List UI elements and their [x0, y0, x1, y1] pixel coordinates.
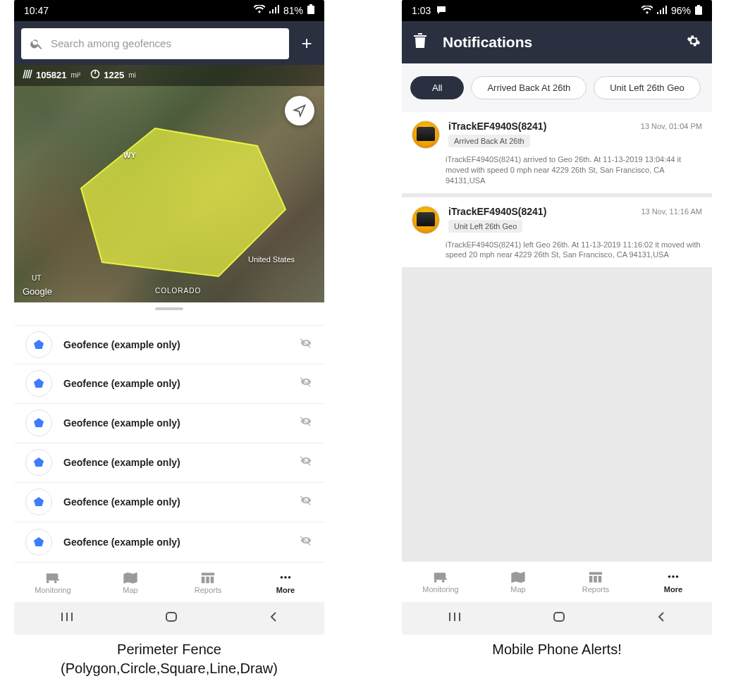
- map-icon: [510, 570, 526, 583]
- map-attribution: Google: [23, 286, 52, 297]
- svg-point-10: [281, 576, 283, 579]
- event-description: iTrackEF4940S(8241) left Geo 26th. At 11…: [446, 240, 702, 261]
- visibility-off-icon[interactable]: [299, 493, 313, 510]
- table-icon: [588, 570, 603, 583]
- battery-icon: [307, 4, 314, 16]
- map-stats: 105821 mi² 1225 mi: [14, 65, 324, 86]
- locate-button[interactable]: [285, 96, 314, 125]
- geofence-label: Geofence (example only): [63, 417, 288, 429]
- chip-all[interactable]: All: [410, 76, 464, 99]
- svg-marker-6: [34, 418, 44, 427]
- event-time: 13 Nov, 11:16 AM: [641, 206, 702, 216]
- svg-marker-4: [34, 340, 44, 349]
- add-geofence-button[interactable]: +: [296, 28, 317, 59]
- android-nav: [402, 602, 712, 634]
- unit-name: iTrackEF4940S(8241): [448, 121, 632, 132]
- list-item[interactable]: Geofence (example only): [14, 443, 324, 483]
- svg-marker-7: [34, 458, 44, 467]
- nav-map[interactable]: Map: [479, 562, 557, 602]
- signal-icon: [269, 5, 279, 16]
- clock: 1:03: [412, 5, 431, 16]
- list-item[interactable]: Geofence (example only): [14, 325, 324, 364]
- chip-left[interactable]: Unit Left 26th Geo: [594, 76, 701, 99]
- unit-name: iTrackEF4940S(8241): [448, 206, 632, 217]
- back-icon[interactable]: [268, 610, 279, 626]
- area-unit: mi²: [70, 71, 80, 79]
- nav-label: Reports: [195, 586, 222, 594]
- svg-point-18: [676, 575, 679, 578]
- list-item[interactable]: Geofence (example only): [14, 364, 324, 404]
- nav-monitoring[interactable]: Monitoring: [14, 563, 92, 603]
- geofence-label: Geofence (example only): [63, 496, 288, 508]
- svg-marker-9: [34, 537, 44, 546]
- car-icon: [412, 206, 440, 234]
- nav-more[interactable]: More: [634, 562, 712, 602]
- recent-apps-icon[interactable]: [447, 610, 462, 626]
- list-item[interactable]: Geofence (example only): [14, 483, 324, 522]
- svg-rect-1: [309, 4, 312, 6]
- svg-marker-8: [34, 497, 44, 506]
- phone-left: 10:47 81% +: [14, 0, 324, 634]
- phone-right: 1:03 96% Notifications All Arrived Back …: [402, 0, 712, 634]
- map[interactable]: 105821 mi² 1225 mi WY United States: [14, 65, 324, 302]
- nav-label: More: [276, 586, 295, 594]
- area-value: 105821: [36, 70, 66, 80]
- svg-point-11: [284, 576, 287, 579]
- pentagon-icon: [33, 496, 44, 508]
- gear-icon[interactable]: [687, 34, 701, 51]
- trash-icon[interactable]: [413, 33, 427, 51]
- nav-reports[interactable]: Reports: [169, 563, 247, 603]
- event-description: iTrackEF4940S(8241) arrived to Geo 26th.…: [446, 154, 702, 186]
- map-label-co: COLORADO: [155, 287, 201, 295]
- visibility-off-icon[interactable]: [299, 454, 313, 471]
- recent-apps-icon[interactable]: [59, 610, 75, 626]
- notification-list: iTrackEF4940S(8241) Arrived Back At 26th…: [402, 112, 712, 561]
- wifi-icon: [641, 6, 653, 16]
- caption-right: Mobile Phone Alerts!: [492, 640, 621, 659]
- search-box[interactable]: [21, 28, 289, 59]
- event-tag: Unit Left 26th Geo: [448, 220, 522, 233]
- visibility-off-icon[interactable]: [299, 415, 313, 431]
- perimeter-unit: mi: [128, 71, 136, 79]
- back-icon[interactable]: [656, 610, 667, 626]
- notif-header: Notifications: [402, 21, 712, 63]
- list-item[interactable]: Geofence (example only): [14, 404, 324, 443]
- map-label-wy: WY: [123, 151, 136, 159]
- pentagon-icon: [33, 378, 44, 389]
- nav-label: Monitoring: [422, 585, 458, 594]
- nav-label: Map: [510, 585, 525, 594]
- android-nav: [14, 602, 324, 634]
- nav-more[interactable]: More: [247, 563, 324, 603]
- pentagon-icon: [33, 417, 44, 429]
- visibility-off-icon[interactable]: [299, 336, 313, 353]
- home-icon[interactable]: [552, 610, 566, 626]
- search-input[interactable]: [51, 37, 281, 49]
- battery-percent: 81%: [283, 5, 303, 16]
- svg-point-16: [668, 575, 671, 578]
- chat-icon: [436, 5, 446, 16]
- battery-percent: 96%: [671, 5, 691, 16]
- geofence-label: Geofence (example only): [63, 378, 288, 389]
- status-bar: 10:47 81%: [14, 0, 324, 21]
- pentagon-icon: [33, 536, 44, 548]
- more-icon: [278, 571, 293, 584]
- visibility-off-icon[interactable]: [299, 375, 313, 392]
- geofence-label: Geofence (example only): [63, 536, 288, 548]
- drag-handle[interactable]: [155, 307, 183, 310]
- svg-point-17: [672, 575, 675, 578]
- list-item[interactable]: Geofence (example only): [14, 522, 324, 562]
- notification-item[interactable]: iTrackEF4940S(8241) Unit Left 26th Geo 1…: [402, 197, 712, 268]
- visibility-off-icon[interactable]: [299, 534, 313, 551]
- home-icon[interactable]: [164, 610, 178, 626]
- nav-map[interactable]: Map: [92, 563, 169, 603]
- svg-rect-13: [166, 613, 176, 621]
- notification-item[interactable]: iTrackEF4940S(8241) Arrived Back At 26th…: [402, 112, 712, 193]
- nav-monitoring[interactable]: Monitoring: [402, 562, 479, 602]
- navigation-icon: [293, 104, 307, 118]
- caption-left: Perimeter Fence (Polygon,Circle,Square,L…: [61, 640, 278, 678]
- nav-reports[interactable]: Reports: [557, 562, 634, 602]
- svg-point-12: [288, 576, 291, 579]
- chip-arrived[interactable]: Arrived Back At 26th: [471, 76, 587, 99]
- svg-rect-0: [307, 6, 314, 14]
- event-tag: Arrived Back At 26th: [448, 135, 530, 147]
